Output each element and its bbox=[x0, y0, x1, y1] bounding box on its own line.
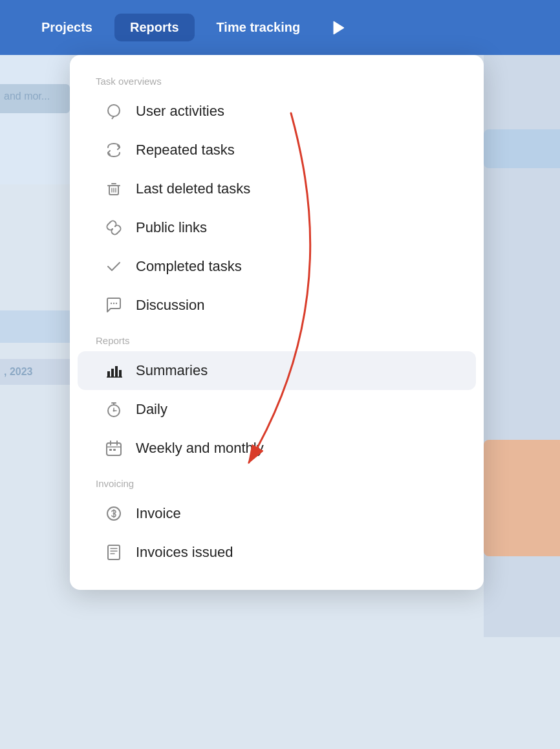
menu-item-daily[interactable]: Daily bbox=[78, 390, 476, 429]
user-activities-label: User activities bbox=[136, 103, 224, 120]
svg-rect-29 bbox=[113, 449, 116, 451]
year-text: , 2023 bbox=[4, 366, 32, 378]
stopwatch-icon bbox=[103, 399, 124, 420]
book-icon bbox=[103, 542, 124, 563]
nav-time-tracking[interactable]: Time tracking bbox=[201, 14, 316, 41]
nav-projects[interactable]: Projects bbox=[26, 14, 108, 41]
menu-item-repeated-tasks[interactable]: Repeated tasks bbox=[78, 131, 476, 169]
completed-tasks-label: Completed tasks bbox=[136, 258, 242, 275]
svg-rect-16 bbox=[119, 370, 122, 377]
trash-icon bbox=[103, 179, 124, 199]
bg-left-strip bbox=[0, 55, 70, 184]
section-reports: Reports bbox=[70, 335, 484, 346]
svg-point-10 bbox=[111, 303, 112, 304]
chat-dots-icon bbox=[103, 295, 124, 316]
svg-point-12 bbox=[116, 303, 117, 304]
menu-item-invoices-issued[interactable]: Invoices issued bbox=[78, 533, 476, 572]
menu-item-completed-tasks[interactable]: Completed tasks bbox=[78, 247, 476, 286]
menu-item-weekly-monthly[interactable]: Weekly and monthly bbox=[78, 429, 476, 468]
section-invoicing: Invoicing bbox=[70, 478, 484, 489]
link-icon bbox=[103, 217, 124, 238]
repeat-icon bbox=[103, 140, 124, 160]
svg-rect-32 bbox=[108, 545, 120, 559]
invoice-label: Invoice bbox=[136, 505, 181, 522]
dollar-circle-icon bbox=[103, 503, 124, 524]
discussion-label: Discussion bbox=[136, 297, 204, 314]
section-task-overviews: Task overviews bbox=[70, 76, 484, 87]
bg-and-more-block: and mor... bbox=[0, 84, 70, 113]
repeated-tasks-label: Repeated tasks bbox=[136, 142, 235, 158]
daily-label: Daily bbox=[136, 401, 167, 418]
calendar-icon bbox=[103, 438, 124, 459]
svg-point-1 bbox=[108, 105, 120, 116]
menu-item-last-deleted-tasks[interactable]: Last deleted tasks bbox=[78, 169, 476, 208]
and-more-text: and mor... bbox=[4, 91, 50, 102]
nav-reports[interactable]: Reports bbox=[114, 14, 195, 41]
invoices-issued-label: Invoices issued bbox=[136, 544, 233, 561]
menu-item-invoice[interactable]: Invoice bbox=[78, 494, 476, 533]
svg-rect-15 bbox=[115, 366, 118, 377]
bg-right-card-1 bbox=[484, 129, 560, 168]
last-deleted-tasks-label: Last deleted tasks bbox=[136, 180, 250, 197]
bar-chart-icon bbox=[103, 360, 124, 381]
svg-point-23 bbox=[113, 410, 115, 412]
svg-rect-28 bbox=[109, 449, 112, 451]
menu-item-user-activities[interactable]: User activities bbox=[78, 92, 476, 131]
menu-item-discussion[interactable]: Discussion bbox=[78, 286, 476, 325]
play-button[interactable] bbox=[328, 19, 347, 37]
bg-right-card-2 bbox=[484, 440, 560, 556]
menu-item-public-links[interactable]: Public links bbox=[78, 208, 476, 247]
checkmark-icon bbox=[103, 256, 124, 277]
weekly-monthly-label: Weekly and monthly bbox=[136, 440, 264, 457]
menu-item-summaries[interactable]: Summaries bbox=[78, 351, 476, 390]
svg-rect-13 bbox=[107, 371, 110, 377]
svg-rect-14 bbox=[111, 369, 114, 377]
year-block: , 2023 bbox=[0, 359, 70, 385]
navbar: Projects Reports Time tracking bbox=[0, 0, 560, 55]
svg-point-11 bbox=[113, 303, 114, 304]
summaries-label: Summaries bbox=[136, 362, 208, 379]
dropdown-menu: Task overviews User activities Repeated … bbox=[70, 55, 484, 590]
chat-bubble-icon bbox=[103, 101, 124, 122]
svg-marker-0 bbox=[334, 21, 344, 34]
public-links-label: Public links bbox=[136, 219, 207, 236]
